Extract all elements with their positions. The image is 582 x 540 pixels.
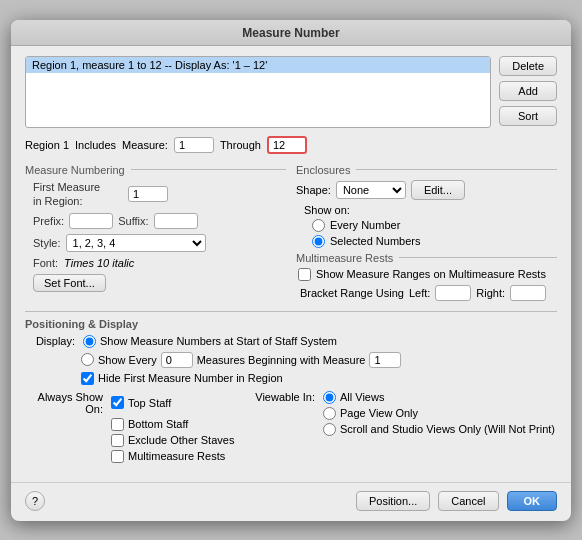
hide-first-checkbox[interactable] bbox=[81, 372, 94, 385]
add-button[interactable]: Add bbox=[499, 81, 557, 101]
right-label: Right: bbox=[476, 287, 505, 299]
scroll-radio[interactable] bbox=[323, 423, 336, 436]
font-value: Times 10 italic bbox=[64, 257, 134, 269]
bottom-bar: ? Position... Cancel OK bbox=[11, 482, 571, 521]
bottom-staff-checkbox[interactable] bbox=[111, 418, 124, 431]
display-label: Display: bbox=[25, 335, 75, 347]
through-label: Through bbox=[220, 139, 261, 151]
show-start-radio[interactable] bbox=[83, 335, 96, 348]
style-select[interactable]: 1, 2, 3, 4 i, ii, iii, iv I, II, III, IV… bbox=[66, 234, 206, 252]
suffix-input[interactable] bbox=[154, 213, 198, 229]
positioning-label: Positioning & Display bbox=[25, 318, 557, 330]
measures-begin-input[interactable] bbox=[369, 352, 401, 368]
enclosures-label: Enclosures bbox=[296, 164, 557, 176]
exclude-staves-checkbox[interactable] bbox=[111, 434, 124, 447]
show-every-radio[interactable] bbox=[81, 353, 94, 366]
ok-button[interactable]: OK bbox=[507, 491, 558, 511]
delete-button[interactable]: Delete bbox=[499, 56, 557, 76]
show-every-label: Show Every bbox=[98, 354, 157, 366]
dialog: Measure Number Region 1, measure 1 to 12… bbox=[11, 20, 571, 521]
style-label: Style: bbox=[33, 237, 61, 249]
show-ranges-label: Show Measure Ranges on Multimeasure Rest… bbox=[316, 268, 546, 280]
selected-numbers-label: Selected Numbers bbox=[330, 235, 421, 247]
prefix-label: Prefix: bbox=[33, 215, 64, 227]
viewable-label: Viewable In: bbox=[245, 391, 315, 403]
left-label: Left: bbox=[409, 287, 430, 299]
page-view-radio[interactable] bbox=[323, 407, 336, 420]
region-label: Region 1 bbox=[25, 139, 69, 151]
show-ranges-checkbox[interactable] bbox=[298, 268, 311, 281]
scroll-label: Scroll and Studio Views Only (Will Not P… bbox=[340, 423, 555, 435]
first-measure-label: First Measurein Region: bbox=[33, 180, 123, 209]
set-font-button[interactable]: Set Font... bbox=[33, 274, 106, 292]
page-view-label: Page View Only bbox=[340, 407, 418, 419]
position-button[interactable]: Position... bbox=[356, 491, 430, 511]
bracket-right-input[interactable] bbox=[510, 285, 546, 301]
multimeasure-rests-label: Multimeasure Rests bbox=[128, 450, 225, 462]
list-item-empty bbox=[26, 73, 490, 91]
measure-input[interactable] bbox=[174, 137, 214, 153]
bracket-label: Bracket Range Using bbox=[300, 287, 404, 299]
help-button[interactable]: ? bbox=[25, 491, 45, 511]
region-list[interactable]: Region 1, measure 1 to 12 -- Display As:… bbox=[25, 56, 491, 128]
sort-button[interactable]: Sort bbox=[499, 106, 557, 126]
bottom-staff-label: Bottom Staff bbox=[128, 418, 188, 430]
top-staff-checkbox[interactable] bbox=[111, 396, 124, 409]
multimeasure-label: Multimeasure Rests bbox=[296, 252, 557, 264]
list-item-empty2 bbox=[26, 91, 490, 109]
every-number-radio[interactable] bbox=[312, 219, 325, 232]
suffix-label: Suffix: bbox=[118, 215, 148, 227]
measure-numbering-label: Measure Numbering bbox=[25, 164, 286, 176]
includes-label: Includes bbox=[75, 139, 116, 151]
shape-label: Shape: bbox=[296, 184, 331, 196]
all-views-label: All Views bbox=[340, 391, 384, 403]
show-every-input[interactable] bbox=[161, 352, 193, 368]
measure-label: Measure: bbox=[122, 139, 168, 151]
dialog-title: Measure Number bbox=[11, 20, 571, 46]
prefix-input[interactable] bbox=[69, 213, 113, 229]
through-input[interactable] bbox=[267, 136, 307, 154]
first-measure-input[interactable] bbox=[128, 186, 168, 202]
list-item[interactable]: Region 1, measure 1 to 12 -- Display As:… bbox=[26, 57, 490, 73]
always-show-label: Always Show On: bbox=[25, 391, 103, 415]
multimeasure-rests-checkbox[interactable] bbox=[111, 450, 124, 463]
top-staff-label: Top Staff bbox=[128, 397, 171, 409]
show-on-label: Show on: bbox=[304, 204, 350, 216]
all-views-radio[interactable] bbox=[323, 391, 336, 404]
cancel-button[interactable]: Cancel bbox=[438, 491, 498, 511]
font-label: Font: bbox=[33, 257, 58, 269]
selected-numbers-radio[interactable] bbox=[312, 235, 325, 248]
every-number-label: Every Number bbox=[330, 219, 400, 231]
measures-begin-label: Measures Beginning with Measure bbox=[197, 354, 366, 366]
exclude-staves-label: Exclude Other Staves bbox=[128, 434, 234, 446]
bracket-left-input[interactable] bbox=[435, 285, 471, 301]
shape-select[interactable]: None Circle Square Diamond bbox=[336, 181, 406, 199]
show-start-label: Show Measure Numbers at Start of Staff S… bbox=[100, 335, 337, 347]
hide-first-label: Hide First Measure Number in Region bbox=[98, 372, 283, 384]
edit-button[interactable]: Edit... bbox=[411, 180, 465, 200]
